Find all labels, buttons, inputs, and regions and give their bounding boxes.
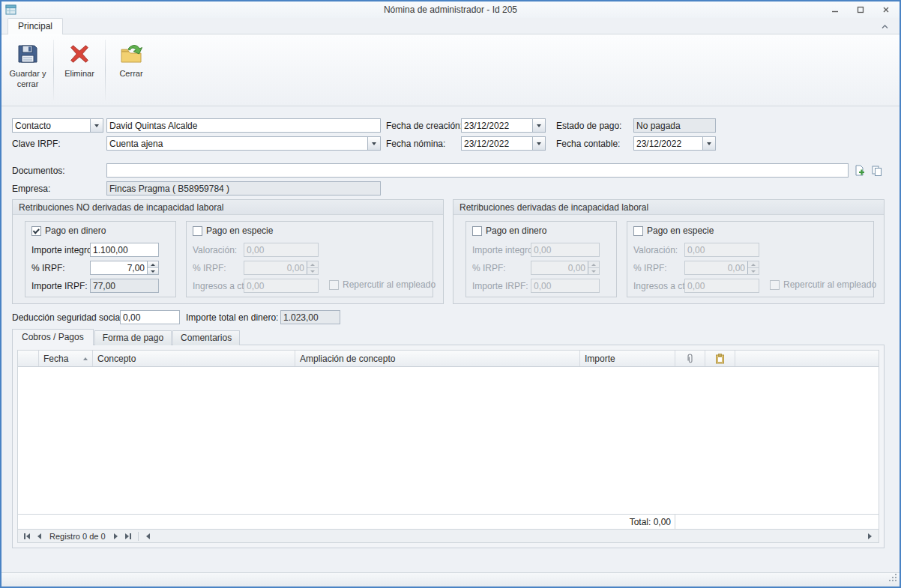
first-record-button[interactable] (20, 531, 33, 542)
close-button[interactable] (877, 3, 895, 16)
contacto-name-field[interactable] (106, 118, 381, 133)
prev-icon (37, 533, 41, 539)
repercutir-checkbox[interactable] (329, 280, 339, 290)
delete-label: Eliminar (64, 69, 94, 79)
maximize-icon (857, 6, 864, 13)
deduccion-input[interactable] (121, 311, 179, 324)
ribbon-collapse-button[interactable] (879, 22, 891, 31)
contacto-selector[interactable] (12, 118, 103, 133)
documentos-input[interactable] (107, 164, 848, 177)
tab-comentarios[interactable]: Comentarios (172, 330, 240, 345)
importe-irpf-value (91, 279, 158, 292)
panel-pago-dinero: Pago en dinero Importe integro: % IRPF: … (25, 221, 176, 297)
close-form-button[interactable]: Cerrar (109, 37, 153, 103)
tab-cobros-pagos[interactable]: Cobros / Pagos (12, 329, 94, 345)
spin-down-button (748, 268, 759, 274)
column-header-attachment[interactable] (675, 351, 705, 366)
delete-button[interactable]: Eliminar (58, 37, 101, 103)
contacto-dropdown-button[interactable] (90, 119, 103, 132)
grid-header-row: Fecha Concepto Ampliación de concepto Im… (18, 351, 879, 367)
documentos-field[interactable] (106, 163, 849, 178)
detail-tabstrip: Cobros / Pagos Forma de pago Comentarios (12, 329, 241, 345)
empresa-label: Empresa: (12, 184, 50, 194)
irpf-especie-2-input (685, 261, 747, 274)
documentos-label: Documentos: (12, 166, 65, 176)
scroll-left-icon (146, 533, 150, 539)
next-icon (125, 533, 129, 539)
fecha-nomina-label: Fecha nómina: (386, 139, 445, 149)
fecha-contable-input[interactable] (634, 137, 702, 150)
spin-down-button (307, 268, 318, 274)
pago-dinero-checkbox[interactable] (31, 226, 41, 236)
importe-integro-input[interactable] (91, 243, 158, 256)
minimize-icon (831, 6, 839, 13)
clave-irpf-dropdown-button[interactable] (367, 137, 380, 150)
scroll-right-button[interactable] (864, 531, 876, 542)
clave-irpf-input[interactable] (107, 137, 367, 150)
spin-up-button (307, 261, 318, 268)
pago-especie-checkbox[interactable] (193, 226, 202, 236)
irpf-label: % IRPF: (31, 263, 65, 273)
pago-especie-label: Pago en especie (206, 225, 273, 236)
empresa-field (106, 181, 381, 196)
grid-empty-body[interactable] (18, 367, 879, 514)
importe-integro-2-input (531, 243, 599, 256)
column-header-fecha[interactable]: Fecha (39, 351, 93, 366)
deduccion-field[interactable] (120, 310, 180, 324)
panel-pago-especie: Pago en especie Valoración: % IRPF: Ingr… (186, 221, 433, 297)
group-incapacidad: Retribuciones derivadas de incapacidad l… (453, 199, 885, 304)
chevron-up-icon (310, 264, 315, 266)
fecha-creacion-editor[interactable] (461, 118, 546, 133)
fecha-contable-dropdown-button[interactable] (702, 137, 715, 150)
importe-integro-field[interactable] (90, 243, 159, 257)
last-record-button[interactable] (122, 531, 135, 542)
importe-irpf-field (90, 279, 159, 293)
fecha-contable-editor[interactable] (633, 136, 716, 151)
ingresos-cta-2-input (685, 279, 759, 292)
column-header-importe[interactable]: Importe (580, 351, 675, 366)
fecha-nomina-dropdown-button[interactable] (532, 137, 545, 150)
contacto-name-input[interactable] (107, 119, 380, 132)
clave-irpf-selector[interactable] (106, 136, 381, 151)
row-indicator-header (18, 351, 39, 366)
pago-dinero-2-checkbox[interactable] (472, 226, 482, 236)
pago-especie-2-checkbox[interactable] (633, 226, 643, 236)
save-close-button[interactable]: Guardar y cerrar (6, 37, 49, 103)
valoracion-2-label: Valoración: (633, 245, 678, 255)
contacto-selector-input[interactable] (13, 119, 90, 132)
column-header-concepto[interactable]: Concepto (93, 351, 295, 366)
titlebar: Nómina de administrador - Id 205 (1, 1, 900, 18)
chevron-down-icon (707, 142, 711, 145)
irpf-input[interactable] (91, 261, 147, 274)
fecha-nomina-input[interactable] (462, 137, 532, 150)
spin-down-button[interactable] (148, 268, 158, 274)
spin-up-button[interactable] (148, 261, 158, 268)
fecha-creacion-input[interactable] (462, 119, 532, 132)
column-header-notes[interactable] (705, 351, 735, 366)
valoracion-2-input (685, 243, 759, 256)
minimize-button[interactable] (826, 3, 844, 16)
tab-principal[interactable]: Principal (7, 18, 63, 34)
previous-record-button[interactable] (33, 531, 46, 542)
tab-forma-pago[interactable]: Forma de pago (94, 330, 172, 345)
resize-grip[interactable] (888, 573, 898, 585)
chevron-down-icon (151, 270, 155, 273)
fecha-creacion-dropdown-button[interactable] (532, 119, 545, 132)
repercutir-2-checkbox[interactable] (770, 280, 780, 290)
panel-pago-especie-2: Pago en especie Valoración: % IRPF: Ingr… (627, 221, 874, 297)
paperclip-icon (685, 354, 695, 364)
irpf-especie-input (244, 261, 307, 274)
grid-total: Total: 0,00 (580, 515, 675, 529)
next-record-button[interactable] (109, 531, 122, 542)
maximize-button[interactable] (852, 3, 870, 16)
column-header-ampliacion[interactable]: Ampliación de concepto (295, 351, 580, 366)
fecha-nomina-editor[interactable] (461, 136, 546, 151)
toolbar-separator (53, 40, 54, 100)
irpf-field[interactable] (90, 261, 159, 275)
add-document-button[interactable] (852, 163, 867, 178)
copy-document-button[interactable] (870, 163, 885, 178)
scroll-left-button[interactable] (142, 531, 154, 542)
repercutir-label: Repercutir al empleado (343, 279, 436, 290)
panel-pago-dinero-2: Pago en dinero Importe integro: % IRPF: … (465, 221, 617, 297)
close-folder-icon (119, 41, 143, 67)
